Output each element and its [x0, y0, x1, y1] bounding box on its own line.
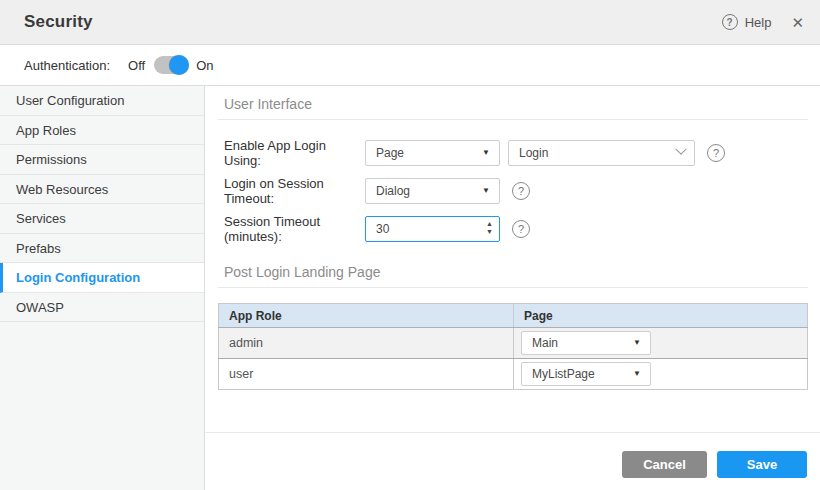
content-panel: User Interface Enable App Login Using: P…	[205, 86, 820, 490]
sidebar-item-app-roles[interactable]: App Roles	[0, 116, 204, 146]
footer-actions: Cancel Save	[205, 432, 820, 490]
user-page-select[interactable]: MyListPage ▼	[521, 362, 651, 386]
admin-page-select[interactable]: Main ▼	[521, 331, 651, 355]
table-header-row: App Role Page	[219, 304, 808, 328]
sidebar-item-permissions[interactable]: Permissions	[0, 145, 204, 175]
table-row: admin Main ▼	[219, 328, 808, 359]
column-header-app-role: App Role	[219, 304, 514, 328]
authentication-bar: Authentication: Off On	[0, 45, 820, 86]
session-timeout-minutes-row: Session Timeout (minutes): ▲▼ ?	[224, 216, 808, 242]
login-page-value: Login	[519, 146, 548, 160]
login-type-select[interactable]: Page ▼	[365, 140, 500, 166]
sidebar: User Configuration App Roles Permissions…	[0, 86, 205, 490]
dropdown-arrow-icon: ▼	[482, 187, 490, 195]
help-link[interactable]: Help	[745, 15, 772, 30]
session-timeout-type-value: Dialog	[376, 184, 410, 198]
session-timeout-type-label: Login on Session Timeout:	[224, 176, 365, 206]
enable-app-login-help-icon[interactable]: ?	[707, 144, 725, 162]
post-login-section-heading: Post Login Landing Page	[218, 264, 808, 288]
user-interface-form: Enable App Login Using: Page ▼ Login ? L…	[224, 140, 808, 254]
app-role-cell: admin	[219, 328, 514, 359]
enable-app-login-label: Enable App Login Using:	[224, 138, 365, 168]
stepper-up-icon[interactable]: ▲	[486, 220, 493, 228]
authentication-toggle[interactable]	[154, 56, 187, 74]
table-row: user MyListPage ▼	[219, 359, 808, 390]
sidebar-item-prefabs[interactable]: Prefabs	[0, 234, 204, 264]
toggle-off-label: Off	[128, 58, 145, 73]
authentication-label: Authentication:	[24, 58, 110, 73]
session-timeout-type-help-icon[interactable]: ?	[512, 182, 530, 200]
session-timeout-minutes-label: Session Timeout (minutes):	[224, 214, 365, 244]
dropdown-arrow-icon: ▼	[482, 149, 490, 157]
app-role-cell: user	[219, 359, 514, 390]
login-type-value: Page	[376, 146, 404, 160]
session-timeout-type-select[interactable]: Dialog ▼	[365, 178, 500, 204]
sidebar-item-owasp[interactable]: OWASP	[0, 293, 204, 323]
enable-app-login-row: Enable App Login Using: Page ▼ Login ?	[224, 140, 808, 166]
chevron-down-icon	[675, 143, 686, 154]
session-timeout-input[interactable]	[365, 216, 500, 242]
session-timeout-type-row: Login on Session Timeout: Dialog ▼ ?	[224, 178, 808, 204]
user-interface-section-heading: User Interface	[218, 96, 808, 120]
help-circle-icon[interactable]: ?	[722, 14, 738, 30]
session-timeout-input-wrap: ▲▼	[365, 216, 500, 242]
toggle-on-label: On	[196, 58, 213, 73]
number-stepper[interactable]: ▲▼	[486, 220, 493, 236]
security-dialog: Security ? Help ✕ Authentication: Off On…	[0, 0, 820, 490]
close-icon[interactable]: ✕	[791, 15, 804, 30]
page-cell: Main ▼	[514, 328, 808, 359]
post-login-landing-table: App Role Page admin Main ▼	[218, 303, 808, 390]
sidebar-item-services[interactable]: Services	[0, 204, 204, 234]
user-page-value: MyListPage	[532, 367, 595, 381]
cancel-button[interactable]: Cancel	[622, 451, 707, 478]
page-cell: MyListPage ▼	[514, 359, 808, 390]
column-header-page: Page	[514, 304, 808, 328]
sidebar-item-user-configuration[interactable]: User Configuration	[0, 86, 204, 116]
stepper-down-icon[interactable]: ▼	[486, 228, 493, 236]
main-layout: User Configuration App Roles Permissions…	[0, 86, 820, 490]
sidebar-item-login-configuration[interactable]: Login Configuration	[0, 263, 204, 293]
title-bar: Security ? Help ✕	[0, 0, 820, 45]
toggle-knob	[169, 55, 189, 75]
save-button[interactable]: Save	[717, 451, 807, 478]
sidebar-item-web-resources[interactable]: Web Resources	[0, 175, 204, 205]
session-timeout-minutes-help-icon[interactable]: ?	[512, 220, 530, 238]
page-title: Security	[24, 12, 93, 32]
dropdown-arrow-icon: ▼	[633, 339, 641, 347]
dropdown-arrow-icon: ▼	[633, 370, 641, 378]
login-page-select[interactable]: Login	[508, 140, 695, 166]
admin-page-value: Main	[532, 336, 558, 350]
